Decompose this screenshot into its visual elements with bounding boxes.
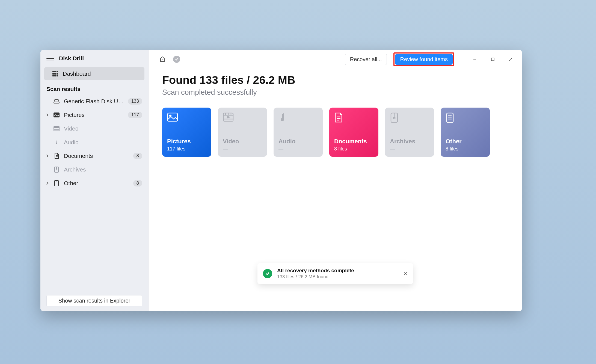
archive-icon [390,113,429,125]
svg-rect-36 [393,117,395,119]
window-maximize-button[interactable] [484,53,502,65]
chevron-right-icon [45,113,49,117]
picture-icon [167,113,206,125]
sidebar-item-disk[interactable]: Generic Flash Disk USB... 133 [40,94,148,108]
card-subtitle: — [390,146,429,152]
card-video[interactable]: Video — [218,108,267,157]
svg-rect-1 [54,113,59,117]
recover-all-button[interactable]: Recover all... [345,54,387,65]
sidebar-header: Disk Drill [40,52,148,65]
video-icon [53,126,60,131]
app-title: Disk Drill [59,55,84,62]
show-in-explorer-button[interactable]: Show scan results in Explorer [46,295,142,306]
count-badge: 8 [133,180,142,187]
sidebar: Disk Drill Dashboard Scan results Generi… [40,50,149,311]
nav-dashboard[interactable]: Dashboard [44,67,144,80]
card-title: Audio [278,138,318,145]
category-cards: Pictures 117 files Video — Audio — [149,97,522,157]
sidebar-item-audio[interactable]: Audio [40,135,148,149]
window-minimize-button[interactable] [466,53,484,65]
disk-icon [53,99,60,104]
completion-toast: All recovery methods complete 133 files … [257,263,413,284]
main-content: Recover all... Review found items Found … [149,50,522,311]
window-close-button[interactable] [502,53,520,65]
sidebar-item-label: Other [64,180,129,187]
toast-subtitle: 133 files / 26.2 MB found [277,274,354,280]
headline-subtitle: Scan completed successfully [162,88,522,97]
check-circle-icon [263,269,272,278]
card-documents[interactable]: Documents 8 files [329,108,378,157]
picture-icon [53,113,60,117]
svg-rect-37 [447,113,453,122]
card-archives[interactable]: Archives — [385,108,434,157]
video-icon [223,113,262,125]
svg-rect-23 [168,113,177,121]
home-icon[interactable] [158,55,167,64]
card-subtitle: — [278,146,318,152]
grid-icon [52,71,58,76]
card-subtitle: 8 files [446,146,485,152]
toast-title: All recovery methods complete [277,268,354,274]
document-icon [53,153,60,159]
other-icon [53,180,60,186]
sidebar-item-label: Generic Flash Disk USB... [64,98,124,105]
card-subtitle: 117 files [167,146,206,152]
card-title: Documents [334,138,373,145]
scan-results-header: Scan results [40,80,148,94]
toast-close-button[interactable] [403,271,408,276]
sidebar-item-video[interactable]: Video [40,122,148,135]
count-badge: 8 [133,153,142,159]
svg-rect-18 [162,60,163,61]
card-subtitle: 8 files [334,146,373,152]
sidebar-item-documents[interactable]: Documents 8 [40,149,148,163]
sidebar-item-label: Archives [64,166,142,173]
count-badge: 133 [128,98,142,105]
card-title: Archives [390,138,429,145]
card-title: Video [223,138,262,145]
audio-icon [278,113,318,125]
svg-rect-0 [54,102,59,103]
card-subtitle: — [223,146,262,152]
other-icon [446,113,485,125]
headline: Found 133 files / 26.2 MB Scan completed… [149,65,522,97]
svg-rect-13 [56,169,57,170]
sidebar-item-label: Pictures [64,112,124,118]
sidebar-item-other[interactable]: Other 8 [40,176,148,190]
card-pictures[interactable]: Pictures 117 files [162,108,211,157]
review-found-items-button[interactable]: Review found items [395,54,453,65]
audio-icon [53,140,60,145]
count-badge: 117 [128,112,142,118]
archive-icon [53,167,60,173]
chevron-right-icon [45,154,49,158]
svg-rect-20 [491,58,494,61]
headline-title: Found 133 files / 26.2 MB [162,74,522,87]
document-icon [334,113,373,125]
app-window: Disk Drill Dashboard Scan results Generi… [40,50,522,311]
highlight-annotation: Review found items [393,52,454,66]
card-title: Other [446,138,485,145]
sidebar-item-label: Documents [64,153,129,159]
card-audio[interactable]: Audio — [274,108,323,157]
card-title: Pictures [167,138,206,145]
nav-dashboard-label: Dashboard [63,70,91,77]
chevron-right-icon [45,181,49,185]
sidebar-item-label: Audio [64,139,142,146]
toolbar: Recover all... Review found items [149,50,522,65]
sidebar-item-label: Video [64,125,142,132]
sidebar-item-pictures[interactable]: Pictures 117 [40,108,148,122]
card-other[interactable]: Other 8 files [441,108,490,157]
status-check-icon[interactable] [172,55,181,64]
hamburger-icon[interactable] [46,56,54,61]
sidebar-item-archives[interactable]: Archives [40,163,148,176]
